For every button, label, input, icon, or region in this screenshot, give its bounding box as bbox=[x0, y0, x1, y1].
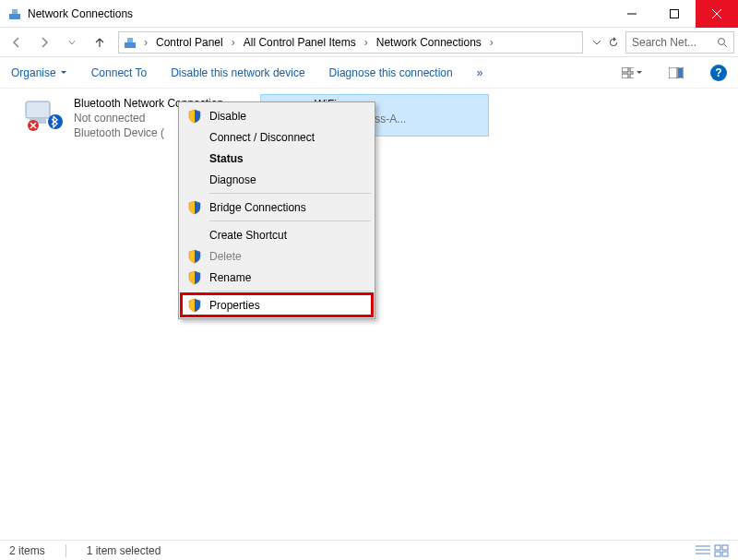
menu-bridge[interactable]: Bridge Connections bbox=[182, 197, 372, 218]
svg-rect-12 bbox=[622, 74, 628, 78]
search-placeholder: Search Net... bbox=[632, 36, 713, 49]
menu-connect-disconnect[interactable]: Connect / Disconnect bbox=[182, 126, 372, 148]
search-icon bbox=[717, 37, 728, 48]
svg-rect-10 bbox=[622, 67, 628, 72]
status-bar: 2 items 1 item selected bbox=[0, 540, 738, 560]
large-icons-view-icon[interactable] bbox=[714, 544, 729, 557]
shield-icon bbox=[187, 200, 202, 215]
nav-bar: › Control Panel › All Control Panel Item… bbox=[0, 28, 738, 57]
svg-rect-7 bbox=[127, 38, 133, 42]
minimize-button[interactable] bbox=[611, 0, 653, 28]
diagnose-button[interactable]: Diagnose this connection bbox=[329, 66, 453, 79]
chevron-right-icon[interactable]: › bbox=[487, 36, 496, 49]
item-count: 2 items bbox=[9, 544, 45, 557]
dropdown-icon[interactable] bbox=[592, 38, 601, 47]
shield-icon bbox=[187, 270, 202, 285]
shield-icon bbox=[187, 298, 202, 313]
close-button[interactable] bbox=[696, 0, 738, 28]
shield-icon bbox=[187, 109, 202, 124]
menu-separator bbox=[209, 193, 371, 194]
menu-delete: Delete bbox=[182, 245, 372, 267]
svg-point-8 bbox=[719, 38, 725, 44]
disable-device-button[interactable]: Disable this network device bbox=[171, 66, 304, 79]
svg-rect-17 bbox=[26, 101, 50, 118]
organise-button[interactable]: Organise bbox=[11, 66, 67, 79]
svg-rect-26 bbox=[715, 545, 720, 550]
details-view-icon[interactable] bbox=[696, 544, 710, 557]
menu-separator bbox=[209, 220, 371, 221]
title-bar: Network Connections bbox=[0, 0, 738, 28]
help-button[interactable]: ? bbox=[710, 65, 727, 81]
svg-rect-11 bbox=[630, 67, 634, 72]
menu-status[interactable]: Status bbox=[182, 148, 372, 169]
svg-line-9 bbox=[724, 44, 727, 47]
breadcrumb-network-connections[interactable]: Network Connections bbox=[375, 34, 483, 51]
overflow-button[interactable]: » bbox=[477, 66, 483, 79]
svg-rect-0 bbox=[9, 14, 20, 19]
content-area: Bluetooth Network Connection Not connect… bbox=[0, 89, 738, 541]
maximize-button[interactable] bbox=[653, 0, 696, 28]
search-input[interactable]: Search Net... bbox=[625, 31, 734, 54]
window-title: Network Connections bbox=[28, 7, 611, 20]
menu-rename[interactable]: Rename bbox=[182, 267, 372, 288]
location-icon bbox=[123, 35, 137, 50]
shield-icon bbox=[187, 249, 202, 264]
svg-rect-29 bbox=[722, 552, 728, 556]
separator bbox=[65, 544, 66, 557]
svg-rect-6 bbox=[125, 42, 136, 48]
up-button[interactable] bbox=[87, 30, 113, 55]
chevron-right-icon[interactable]: › bbox=[229, 36, 238, 49]
svg-rect-28 bbox=[715, 552, 720, 556]
preview-pane-button[interactable] bbox=[666, 63, 686, 83]
menu-separator bbox=[209, 291, 371, 292]
selection-count: 1 item selected bbox=[87, 544, 161, 557]
view-options-button[interactable] bbox=[622, 63, 642, 83]
menu-disable[interactable]: Disable bbox=[182, 105, 372, 126]
svg-rect-13 bbox=[630, 74, 634, 78]
recent-dropdown[interactable] bbox=[59, 30, 85, 55]
svg-rect-16 bbox=[678, 68, 683, 77]
network-adapter-icon bbox=[22, 96, 66, 133]
svg-rect-1 bbox=[12, 9, 18, 14]
chevron-right-icon[interactable]: › bbox=[362, 36, 371, 49]
svg-rect-3 bbox=[671, 9, 679, 18]
svg-rect-27 bbox=[722, 545, 728, 550]
menu-create-shortcut[interactable]: Create Shortcut bbox=[182, 224, 372, 245]
address-bar[interactable]: › Control Panel › All Control Panel Item… bbox=[118, 31, 583, 54]
forward-button[interactable] bbox=[31, 30, 57, 55]
menu-diagnose[interactable]: Diagnose bbox=[182, 169, 372, 190]
breadcrumb-control-panel[interactable]: Control Panel bbox=[154, 34, 225, 51]
breadcrumb-all-items[interactable]: All Control Panel Items bbox=[242, 34, 358, 51]
command-bar: Organise Connect To Disable this network… bbox=[0, 57, 738, 89]
refresh-icon[interactable] bbox=[607, 36, 620, 49]
context-menu: Disable Connect / Disconnect Status Diag… bbox=[178, 101, 375, 319]
connect-to-button[interactable]: Connect To bbox=[91, 66, 148, 79]
menu-properties[interactable]: Properties bbox=[182, 294, 372, 316]
chevron-right-icon[interactable]: › bbox=[141, 36, 150, 49]
back-button[interactable] bbox=[4, 30, 30, 55]
app-icon bbox=[7, 6, 22, 21]
